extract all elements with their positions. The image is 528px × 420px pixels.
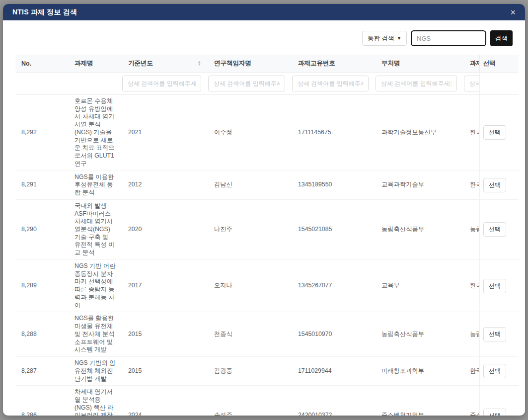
chevron-down-icon: ▼ [397, 36, 401, 41]
cell-title: NGS 기반 어란 종동정시 분자마커 선택성에 따른 종탐지 능력과 분해능 … [69, 259, 122, 312]
cell-title: 국내외 발생 ASF바이러스 차세대 염기서열분석(NGS) 기술 구축 및 유… [69, 199, 122, 259]
cell-project-id: 1345267077 [292, 259, 376, 312]
cell-select: 선택 [479, 170, 519, 199]
table-row: 8,292 호르몬 수용체 양성 유방암에서 차세대 염기 서열 분석(NGS)… [15, 95, 519, 171]
cell-org-clipped: 농림축산식품부 [464, 199, 479, 259]
cell-project-id: 1345189550 [292, 170, 376, 199]
cell-project-id: 1711145675 [292, 95, 376, 171]
col-header-no: No. [15, 55, 69, 73]
cell-no: 8,291 [15, 170, 69, 199]
filter-cell-select [479, 73, 519, 95]
cell-title: NGS를 활용한 미생물 유전체 및 전사체 분석 소프트웨어 및 시스템 개발 [69, 312, 122, 357]
cell-year: 2012 [122, 170, 208, 199]
cell-year: 2020 [122, 199, 208, 259]
cell-select: 선택 [479, 386, 519, 416]
cell-ministry: 과학기술정보통신부 [376, 95, 464, 171]
results-table-wrap: No. 과제명 기준년도 ▲▼ 연구책임자명 과제고유번호 [15, 55, 519, 416]
cell-org-clipped: 한국연구재단 [464, 357, 479, 386]
cell-pi: 김광중 [208, 357, 292, 386]
cell-pi: 손성주 [208, 386, 292, 416]
cell-project-id: 1545010970 [292, 312, 376, 357]
header-row: No. 과제명 기준년도 ▲▼ 연구책임자명 과제고유번호 [15, 55, 519, 73]
cell-title: NGS를 이용한 후성유전체 통합 분석 [69, 170, 122, 199]
modal-title: NTIS 과제 정보 검색 [12, 8, 77, 17]
cell-no: 8,288 [15, 312, 69, 357]
cell-ministry: 농림축산식품부 [376, 199, 464, 259]
cell-ministry: 농림축산식품부 [376, 312, 464, 357]
table-row: 8,290 국내외 발생 ASF바이러스 차세대 염기서열분석(NGS) 기술 … [15, 199, 519, 259]
search-bar: 통합 검색 ▼ 검색 [15, 30, 513, 46]
select-button[interactable]: 선택 [483, 364, 506, 378]
cell-ministry: 미래창조과학부 [376, 357, 464, 386]
cell-org-clipped: 한국연구재단 [464, 259, 479, 312]
cell-select: 선택 [479, 199, 519, 259]
col-header-select: 선택 [479, 55, 519, 73]
select-button[interactable]: 선택 [483, 125, 506, 140]
cell-no: 8,290 [15, 199, 69, 259]
cell-select: 선택 [479, 259, 519, 312]
pi-filter-input[interactable] [208, 76, 285, 91]
col-header-ministry: 부처명 [376, 55, 464, 73]
cell-no: 8,292 [15, 95, 69, 171]
cell-title: 차세대 염기서열 분석용 (NGS) 핵산 라이브러리 제작 자동화 스테이션 … [69, 386, 122, 416]
ministry-filter-input[interactable] [376, 76, 457, 91]
cell-pi: 이수정 [208, 95, 292, 171]
cell-year: 2017 [122, 259, 208, 312]
close-icon[interactable]: × [510, 8, 516, 17]
cell-pi: 나진주 [208, 199, 292, 259]
cell-title: NGS 기반의 암유전체 체외진단기법 개발 [69, 357, 122, 386]
select-button[interactable]: 선택 [483, 178, 506, 192]
col-header-pi: 연구책임자명 [208, 55, 292, 73]
table-body: 8,292 호르몬 수용체 양성 유방암에서 차세대 염기 서열 분석(NGS)… [15, 95, 519, 416]
table-row: 8,286 차세대 염기서열 분석용 (NGS) 핵산 라이브러리 제작 자동화… [15, 386, 519, 416]
project-id-filter-input[interactable] [292, 76, 369, 91]
cell-org-clipped: 중소벤처기업부 [464, 386, 479, 416]
cell-title: 호르몬 수용체 양성 유방암에서 차세대 염기 서열 분석(NGS) 기술을 기… [69, 95, 122, 171]
col-header-org-clipped: 과제관 [464, 55, 479, 73]
cell-org-clipped: 농림축산식품부 [464, 312, 479, 357]
cell-project-id: 1545021085 [292, 199, 376, 259]
page-background: { "modal": { "title": "NTIS 과제 정보 검색" },… [0, 0, 528, 420]
search-button[interactable]: 검색 [490, 30, 513, 46]
cell-no: 8,289 [15, 259, 69, 312]
filter-row [15, 73, 519, 95]
cell-ministry: 교육부 [376, 259, 464, 312]
select-button[interactable]: 선택 [483, 409, 506, 416]
year-filter-input[interactable] [122, 76, 201, 91]
search-type-select[interactable]: 통합 검색 ▼ [362, 31, 407, 46]
org-filter-input-clipped[interactable] [464, 76, 479, 91]
select-button[interactable]: 선택 [483, 222, 506, 237]
table-row: 8,287 NGS 기반의 암유전체 체외진단기법 개발 2015 김광중 17… [15, 357, 519, 386]
table-row: 8,289 NGS 기반 어란 종동정시 분자마커 선택성에 따른 종탐지 능력… [15, 259, 519, 312]
cell-year: 2015 [122, 312, 208, 357]
cell-year: 2021 [122, 95, 208, 171]
cell-no: 8,286 [15, 386, 69, 416]
search-keyword-input[interactable] [411, 30, 486, 46]
col-header-project-id: 과제고유번호 [292, 55, 376, 73]
cell-org-clipped: 한국연구재단 [464, 170, 479, 199]
cell-project-id: 2420010372 [292, 386, 376, 416]
col-header-title: 과제명 [69, 55, 122, 73]
cell-year: 2024 [122, 386, 208, 416]
sort-icon[interactable]: ▲▼ [198, 61, 201, 66]
col-header-year[interactable]: 기준년도 ▲▼ [122, 55, 208, 73]
select-button[interactable]: 선택 [483, 327, 506, 341]
filter-cell-no [15, 73, 69, 95]
table-row: 8,288 NGS를 활용한 미생물 유전체 및 전사체 분석 소프트웨어 및 … [15, 312, 519, 357]
cell-ministry: 중소벤처기업부 [376, 386, 464, 416]
cell-year: 2015 [122, 357, 208, 386]
cell-project-id: 1711029944 [292, 357, 376, 386]
cell-no: 8,287 [15, 357, 69, 386]
cell-pi: 오지나 [208, 259, 292, 312]
cell-pi: 김남신 [208, 170, 292, 199]
results-table: No. 과제명 기준년도 ▲▼ 연구책임자명 과제고유번호 [15, 55, 519, 416]
cell-org-clipped: 한국연구재단 [464, 95, 479, 171]
filter-cell-title [69, 73, 122, 95]
cell-select: 선택 [479, 357, 519, 386]
ntis-search-modal: NTIS 과제 정보 검색 × 통합 검색 ▼ 검색 No. [3, 4, 525, 416]
cell-ministry: 교육과학기술부 [376, 170, 464, 199]
modal-header: NTIS 과제 정보 검색 × [3, 4, 525, 20]
select-button[interactable]: 선택 [483, 279, 506, 293]
table-row: 8,291 NGS를 이용한 후성유전체 통합 분석 2012 김남신 1345… [15, 170, 519, 199]
cell-select: 선택 [479, 95, 519, 171]
